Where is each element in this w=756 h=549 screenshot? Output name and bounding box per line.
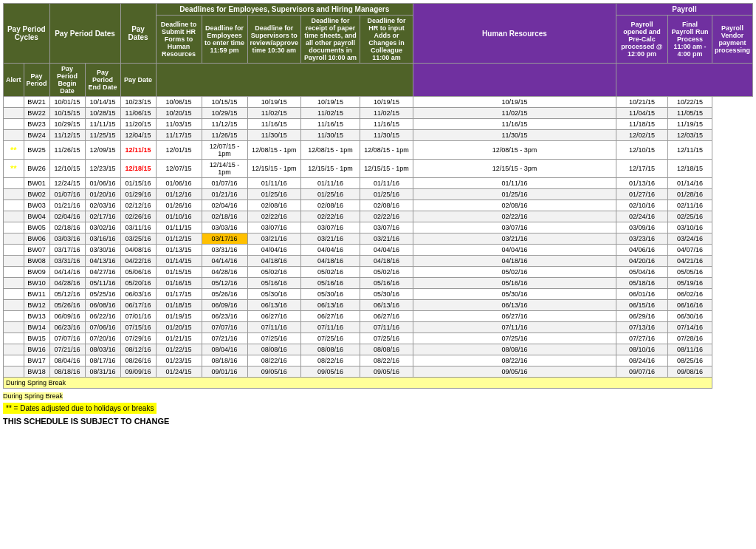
d1-cell: 12/01/15 — [156, 141, 202, 160]
pay-date-cell: 11/20/15 — [120, 119, 156, 130]
d2-cell: 04/14/16 — [202, 256, 247, 267]
d3-cell: 03/21/16 — [247, 233, 301, 245]
legend-section: ** = Dates adjusted due to holidays or b… — [3, 403, 753, 414]
p2-cell: 06/01/16 — [616, 289, 667, 300]
period-cell: BW08 — [24, 256, 49, 267]
end-date-cell: 03/16/16 — [85, 233, 120, 245]
d5-cell: 04/18/16 — [360, 256, 413, 267]
d1-cell: 11/03/15 — [156, 119, 202, 130]
payroll1-header: Payroll opened and Pre-Calc processed @ … — [616, 16, 667, 64]
d5-cell: 06/27/16 — [360, 311, 413, 322]
d5-cell: 09/05/16 — [360, 366, 413, 378]
d2-cell: 03/17/16 — [202, 233, 247, 245]
begin-date-cell: 04/14/16 — [49, 267, 85, 278]
payroll-header: Payroll — [616, 4, 752, 16]
d1-cell: 01/26/16 — [156, 200, 202, 211]
end-date-cell: 02/17/16 — [85, 211, 120, 222]
p3-cell: 12/03/15 — [667, 130, 712, 141]
alert-cell — [4, 344, 24, 355]
alert-cell — [4, 289, 24, 300]
period-cell: BW15 — [24, 333, 49, 344]
alert-cell — [4, 189, 24, 200]
d1-cell: 01/11/15 — [156, 222, 202, 233]
p2-cell: 12/17/15 — [616, 160, 667, 178]
footnotes-section: During Spring Break — [3, 392, 753, 400]
p1-cell: 02/22/16 — [413, 211, 616, 222]
begin-date-cell: 02/18/16 — [49, 222, 85, 233]
begin-date-cell: 05/26/16 — [49, 300, 85, 311]
alert-cell — [4, 108, 24, 119]
d3-cell: 10/19/15 — [247, 97, 301, 108]
end-date-cell: 01/06/16 — [85, 178, 120, 189]
end-date-cell: 10/14/15 — [85, 97, 120, 108]
pay-date-cell: 02/12/16 — [120, 200, 156, 211]
p3-cell: 06/30/16 — [667, 311, 712, 322]
d2-cell: 12/07/15 - 1pm — [202, 141, 247, 160]
d3-cell: 11/16/15 — [247, 119, 301, 130]
begin-date-cell: 10/29/15 — [49, 119, 85, 130]
begin-date-cell: 08/18/16 — [49, 366, 85, 378]
d2-cell: 11/26/15 — [202, 130, 247, 141]
d4-cell: 02/22/16 — [301, 211, 360, 222]
period-cell: BW22 — [24, 108, 49, 119]
begin-date-cell: 01/21/16 — [49, 200, 85, 211]
d3-cell: 05/30/16 — [247, 289, 301, 300]
d5-cell: 01/11/16 — [360, 178, 413, 189]
period-cell: BW21 — [24, 97, 49, 108]
d3-cell: 11/02/15 — [247, 108, 301, 119]
p3-cell: 04/07/16 — [667, 245, 712, 256]
table-row: BW0603/03/1603/16/1603/25/1601/12/1503/1… — [4, 233, 753, 245]
pay-date-cell: 11/06/15 — [120, 108, 156, 119]
d1-cell: 10/06/15 — [156, 97, 202, 108]
alert-cell — [4, 222, 24, 233]
p1-cell: 06/13/16 — [413, 300, 616, 311]
begin-date-cell: 12/24/15 — [49, 178, 85, 189]
p1-cell: 11/30/15 — [413, 130, 616, 141]
end-date-cell: 05/11/16 — [85, 278, 120, 289]
pay-date-cell: 01/29/16 — [120, 189, 156, 200]
period-cell: BW04 — [24, 211, 49, 222]
begin-date-cell: 03/31/16 — [49, 256, 85, 267]
d1-cell: 01/17/15 — [156, 289, 202, 300]
pay-date-cell: 08/12/16 — [120, 344, 156, 355]
p2-cell: 03/09/16 — [616, 222, 667, 233]
deadlines-header: Deadlines for Employees, Supervisors and… — [156, 4, 413, 16]
deadline5-header: Deadline for HR to input Adds or Changes… — [360, 16, 413, 64]
d4-cell: 09/05/16 — [301, 366, 360, 378]
end-date-cell: 12/09/15 — [85, 141, 120, 160]
table-row: BW0502/18/1603/02/1603/11/1601/11/1503/0… — [4, 222, 753, 233]
header-row-group: Pay Period Cycles Pay Period Dates Pay D… — [4, 4, 753, 16]
alert-cell — [4, 97, 24, 108]
d1-cell: 01/21/15 — [156, 333, 202, 344]
alert-cell — [4, 278, 24, 289]
d1-cell: 01/15/15 — [156, 267, 202, 278]
d2-cell: 03/03/16 — [202, 222, 247, 233]
table-row: BW1205/26/1606/08/1606/17/1601/18/1506/0… — [4, 300, 753, 311]
begin-date-cell: 02/04/16 — [49, 211, 85, 222]
end-date-cell: 04/13/16 — [85, 256, 120, 267]
table-row: BW0201/07/1601/20/1601/29/1601/12/1601/2… — [4, 189, 753, 200]
table-row: BW0402/04/1602/17/1602/26/1601/10/1602/1… — [4, 211, 753, 222]
pay-date-col-header: Pay Date — [120, 64, 156, 97]
p3-cell: 04/21/16 — [667, 256, 712, 267]
d3-cell: 08/22/16 — [247, 355, 301, 366]
d5-cell: 10/19/15 — [360, 97, 413, 108]
table-row: **BW2511/26/1512/09/1512/11/1512/01/1512… — [4, 141, 753, 160]
begin-date-cell: 10/01/15 — [49, 97, 85, 108]
table-row: BW0703/17/1603/30/1604/08/1601/13/1503/3… — [4, 245, 753, 256]
d1-cell: 12/07/15 — [156, 160, 202, 178]
p2-cell: 04/06/16 — [616, 245, 667, 256]
p2-cell: 11/04/15 — [616, 108, 667, 119]
table-row: BW0301/21/1602/03/1602/12/1601/26/1602/0… — [4, 200, 753, 211]
table-row: BW2110/01/1510/14/1510/23/1510/06/1510/1… — [4, 97, 753, 108]
table-row: BW1004/28/1605/11/1605/20/1601/16/1505/1… — [4, 278, 753, 289]
spring-break-row: During Spring Break — [4, 378, 753, 389]
p1-cell: 05/02/16 — [413, 267, 616, 278]
d4-cell: 12/08/15 - 1pm — [301, 141, 360, 160]
d3-cell: 07/11/16 — [247, 322, 301, 333]
alert-cell — [4, 256, 24, 267]
end-date-cell: 03/30/16 — [85, 245, 120, 256]
d4-cell: 06/13/16 — [301, 300, 360, 311]
p3-cell: 11/05/15 — [667, 108, 712, 119]
d5-cell: 05/02/16 — [360, 267, 413, 278]
